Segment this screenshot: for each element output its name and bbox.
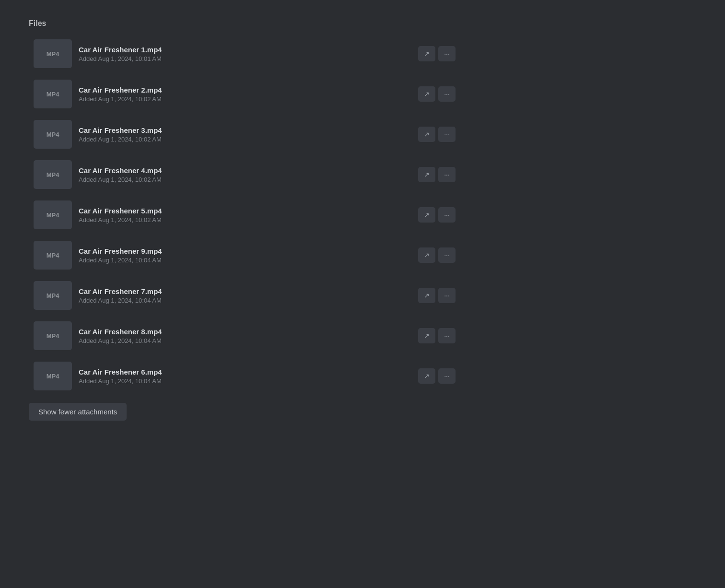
file-item: MP4 Car Air Freshener 4.mp4 Added Aug 1,… [29,156,460,193]
file-meta: Added Aug 1, 2024, 10:04 AM [79,257,411,264]
open-icon: ↗ [424,50,430,58]
more-options-button[interactable]: ··· [438,247,456,263]
file-actions: ↗ ··· [418,328,456,343]
file-name: Car Air Freshener 5.mp4 [79,207,411,215]
open-file-button[interactable]: ↗ [418,127,435,142]
file-thumbnail: MP4 [34,362,72,390]
more-options-button[interactable]: ··· [438,328,456,343]
file-item: MP4 Car Air Freshener 2.mp4 Added Aug 1,… [29,76,460,112]
more-icon: ··· [444,211,450,219]
file-actions: ↗ ··· [418,167,456,182]
open-file-button[interactable]: ↗ [418,207,435,223]
show-fewer-button[interactable]: Show fewer attachments [29,403,127,421]
file-thumbnail: MP4 [34,80,72,108]
file-meta: Added Aug 1, 2024, 10:01 AM [79,55,411,62]
open-file-button[interactable]: ↗ [418,247,435,263]
file-actions: ↗ ··· [418,46,456,61]
more-icon: ··· [444,171,450,178]
more-icon: ··· [444,90,450,98]
file-meta: Added Aug 1, 2024, 10:04 AM [79,377,411,385]
file-thumbnail: MP4 [34,120,72,149]
file-info: Car Air Freshener 7.mp4 Added Aug 1, 202… [79,287,411,304]
file-name: Car Air Freshener 3.mp4 [79,126,411,134]
file-meta: Added Aug 1, 2024, 10:02 AM [79,95,411,103]
file-thumbnail: MP4 [34,160,72,189]
file-meta: Added Aug 1, 2024, 10:02 AM [79,176,411,183]
file-list: MP4 Car Air Freshener 1.mp4 Added Aug 1,… [29,35,460,394]
file-item: MP4 Car Air Freshener 7.mp4 Added Aug 1,… [29,277,460,314]
more-options-button[interactable]: ··· [438,86,456,102]
open-file-button[interactable]: ↗ [418,368,435,384]
file-name: Car Air Freshener 8.mp4 [79,328,411,336]
more-options-button[interactable]: ··· [438,368,456,384]
open-file-button[interactable]: ↗ [418,288,435,303]
file-thumbnail: MP4 [34,200,72,229]
file-item: MP4 Car Air Freshener 8.mp4 Added Aug 1,… [29,318,460,354]
open-icon: ↗ [424,130,430,138]
file-item: MP4 Car Air Freshener 5.mp4 Added Aug 1,… [29,197,460,233]
open-file-button[interactable]: ↗ [418,46,435,61]
more-options-button[interactable]: ··· [438,127,456,142]
file-item: MP4 Car Air Freshener 1.mp4 Added Aug 1,… [29,35,460,72]
more-icon: ··· [444,332,450,340]
file-name: Car Air Freshener 9.mp4 [79,247,411,255]
file-name: Car Air Freshener 6.mp4 [79,368,411,376]
open-file-button[interactable]: ↗ [418,86,435,102]
more-options-button[interactable]: ··· [438,207,456,223]
file-actions: ↗ ··· [418,86,456,102]
file-info: Car Air Freshener 3.mp4 Added Aug 1, 202… [79,126,411,143]
open-icon: ↗ [424,171,430,178]
file-meta: Added Aug 1, 2024, 10:04 AM [79,337,411,344]
more-icon: ··· [444,372,450,380]
file-actions: ↗ ··· [418,247,456,263]
file-thumbnail: MP4 [34,281,72,310]
file-actions: ↗ ··· [418,288,456,303]
file-item: MP4 Car Air Freshener 6.mp4 Added Aug 1,… [29,358,460,394]
file-name: Car Air Freshener 2.mp4 [79,86,411,94]
open-icon: ↗ [424,292,430,299]
file-name: Car Air Freshener 7.mp4 [79,287,411,295]
file-item: MP4 Car Air Freshener 9.mp4 Added Aug 1,… [29,237,460,273]
file-info: Car Air Freshener 1.mp4 Added Aug 1, 202… [79,46,411,62]
file-name: Car Air Freshener 4.mp4 [79,166,411,175]
file-meta: Added Aug 1, 2024, 10:04 AM [79,297,411,304]
file-actions: ↗ ··· [418,207,456,223]
file-info: Car Air Freshener 9.mp4 Added Aug 1, 202… [79,247,411,264]
file-name: Car Air Freshener 1.mp4 [79,46,411,54]
more-options-button[interactable]: ··· [438,46,456,61]
file-meta: Added Aug 1, 2024, 10:02 AM [79,136,411,143]
open-icon: ↗ [424,251,430,259]
more-icon: ··· [444,292,450,299]
files-section: Files MP4 Car Air Freshener 1.mp4 Added … [29,14,460,421]
more-options-button[interactable]: ··· [438,167,456,182]
more-options-button[interactable]: ··· [438,288,456,303]
file-info: Car Air Freshener 2.mp4 Added Aug 1, 202… [79,86,411,103]
file-actions: ↗ ··· [418,368,456,384]
open-icon: ↗ [424,372,430,380]
open-icon: ↗ [424,332,430,340]
file-info: Car Air Freshener 6.mp4 Added Aug 1, 202… [79,368,411,385]
more-icon: ··· [444,130,450,138]
file-item: MP4 Car Air Freshener 3.mp4 Added Aug 1,… [29,116,460,153]
file-actions: ↗ ··· [418,127,456,142]
open-file-button[interactable]: ↗ [418,167,435,182]
files-title: Files [29,19,460,28]
file-info: Car Air Freshener 8.mp4 Added Aug 1, 202… [79,328,411,344]
file-info: Car Air Freshener 4.mp4 Added Aug 1, 202… [79,166,411,183]
file-thumbnail: MP4 [34,321,72,350]
open-icon: ↗ [424,90,430,98]
file-meta: Added Aug 1, 2024, 10:02 AM [79,216,411,223]
more-icon: ··· [444,251,450,259]
open-file-button[interactable]: ↗ [418,328,435,343]
file-info: Car Air Freshener 5.mp4 Added Aug 1, 202… [79,207,411,223]
open-icon: ↗ [424,211,430,219]
file-thumbnail: MP4 [34,241,72,270]
file-thumbnail: MP4 [34,39,72,68]
more-icon: ··· [444,50,450,58]
